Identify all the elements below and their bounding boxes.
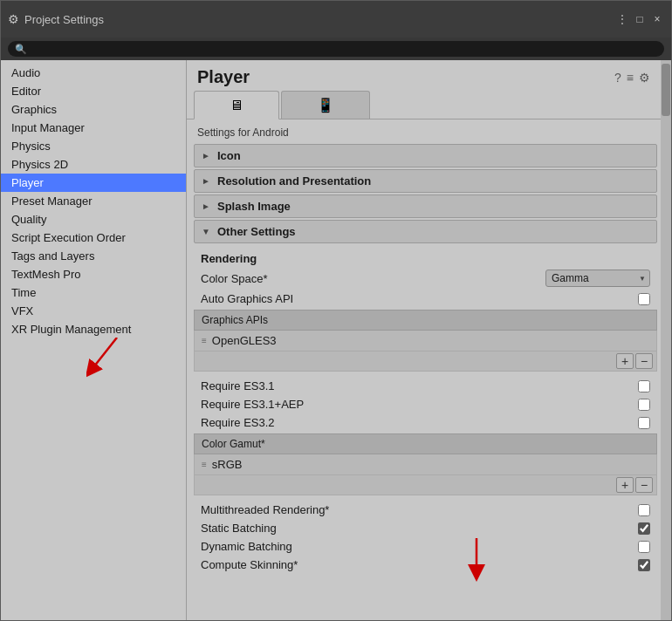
sidebar-item-graphics[interactable]: Graphics — [1, 100, 186, 119]
color-space-dropdown[interactable]: Gamma Linear — [545, 270, 650, 287]
window-title: Project Settings — [24, 13, 610, 26]
dynamic-batching-checkbox[interactable] — [638, 541, 650, 553]
compute-skinning-value — [638, 559, 650, 571]
sidebar-item-physics2d[interactable]: Physics 2D — [1, 155, 186, 174]
search-wrapper: 🔍 — [8, 41, 664, 57]
sidebar-item-editor[interactable]: Editor — [1, 82, 186, 100]
window-icon: ⚙ — [8, 12, 19, 26]
filter-icon[interactable]: ≡ — [627, 71, 634, 85]
sidebar-item-preset-manager[interactable]: Preset Manager — [1, 192, 186, 210]
section-label-icon: Icon — [217, 149, 241, 162]
window-menu-btn[interactable]: ⋮ — [615, 12, 629, 26]
sidebar-item-vfx[interactable]: VFX — [1, 302, 186, 320]
color-gamut-remove-btn[interactable]: − — [635, 477, 653, 493]
setting-row-es32: Require ES3.2 — [194, 413, 657, 432]
settings-scroll[interactable]: Settings for Android ► Icon ► Resolution… — [187, 119, 661, 620]
project-settings-window: ⚙ Project Settings ⋮ □ × 🔍 — [0, 0, 672, 621]
auto-graphics-checkbox[interactable] — [638, 293, 650, 305]
graphics-api-item-0: ≡ OpenGLES3 — [194, 331, 657, 351]
dynamic-batching-value — [638, 541, 650, 553]
scrollbar-thumb[interactable] — [662, 64, 670, 116]
setting-row-color-space: Color Space* Gamma Linear — [194, 267, 657, 290]
es32-value — [638, 417, 650, 429]
es31aep-value — [638, 399, 650, 411]
color-space-dropdown-wrapper: Gamma Linear — [545, 270, 650, 287]
auto-graphics-value — [638, 293, 650, 305]
setting-row-dynamic-batching: Dynamic Batching — [194, 537, 657, 556]
es31-checkbox[interactable] — [638, 380, 650, 392]
drag-handle-opengl[interactable]: ≡ — [202, 336, 207, 345]
graphics-api-remove-btn[interactable]: − — [635, 353, 653, 369]
window-close-btn[interactable]: × — [650, 12, 664, 26]
sidebar-item-player[interactable]: Player — [1, 174, 186, 192]
window-controls: ⋮ □ × — [615, 12, 664, 26]
sidebar-item-script-execution[interactable]: Script Execution Order — [1, 229, 186, 247]
page-title: Player — [197, 67, 607, 87]
title-bar: ⚙ Project Settings ⋮ □ × — [1, 1, 671, 38]
subsection-rendering: Rendering — [194, 249, 657, 267]
multithreaded-value — [638, 504, 650, 516]
color-gamut-add-btn[interactable]: + — [616, 477, 634, 493]
section-header-icon[interactable]: ► Icon — [194, 144, 657, 167]
color-gamut-item-0: ≡ sRGB — [194, 454, 657, 475]
setting-row-es31: Require ES3.1 — [194, 377, 657, 395]
content-header: Player ? ≡ ⚙ — [187, 60, 661, 91]
color-gamut-add-remove: + − — [194, 475, 657, 495]
graphics-apis-header: Graphics APIs — [194, 310, 657, 331]
android-icon: 📱 — [317, 97, 334, 113]
es32-checkbox[interactable] — [638, 417, 650, 429]
section-header-splash[interactable]: ► Splash Image — [194, 194, 657, 218]
section-header-resolution[interactable]: ► Resolution and Presentation — [194, 169, 657, 193]
sidebar-item-quality[interactable]: Quality — [1, 210, 186, 229]
color-space-value: Gamma Linear — [545, 270, 650, 287]
settings-gear-icon[interactable]: ⚙ — [639, 71, 650, 85]
graphics-api-add-remove: + − — [194, 351, 657, 372]
search-input[interactable] — [31, 43, 657, 55]
setting-row-es31aep: Require ES3.1+AEP — [194, 395, 657, 413]
sidebar-item-xr-plugin[interactable]: XR Plugin Management — [1, 320, 186, 338]
setting-row-static-batching: Static Batching — [194, 519, 657, 537]
static-batching-label: Static Batching — [201, 522, 631, 535]
sidebar-item-textmesh[interactable]: TextMesh Pro — [1, 265, 186, 283]
search-bar: 🔍 — [1, 38, 671, 60]
tab-desktop[interactable]: 🖥 — [194, 91, 279, 119]
es31aep-label: Require ES3.1+AEP — [201, 398, 631, 411]
section-label-splash: Splash Image — [217, 200, 291, 213]
window-minimize-btn[interactable]: □ — [633, 12, 647, 26]
sidebar-item-audio[interactable]: Audio — [1, 64, 186, 82]
section-label-resolution: Resolution and Presentation — [217, 174, 371, 188]
color-space-label: Color Space* — [201, 272, 538, 285]
section-header-other[interactable]: ▼ Other Settings — [194, 220, 657, 243]
header-icons: ? ≡ ⚙ — [614, 71, 650, 85]
compute-skinning-label: Compute Skinning* — [201, 558, 631, 571]
tab-android[interactable]: 📱 — [281, 91, 370, 119]
graphics-api-add-btn[interactable]: + — [616, 353, 634, 369]
section-label-other: Other Settings — [217, 225, 296, 238]
setting-row-compute-skinning: Compute Skinning* — [194, 556, 657, 574]
es31aep-checkbox[interactable] — [638, 399, 650, 411]
compute-skinning-checkbox[interactable] — [638, 559, 650, 571]
main-content: Audio Editor Graphics Input Manager Phys… — [1, 60, 671, 620]
sidebar-item-physics[interactable]: Physics — [1, 137, 186, 155]
opengl-label: OpenGLES3 — [212, 334, 649, 347]
auto-graphics-label: Auto Graphics API — [201, 292, 631, 305]
dynamic-batching-label: Dynamic Batching — [201, 540, 631, 553]
sidebar-item-time[interactable]: Time — [1, 283, 186, 302]
es32-label: Require ES3.2 — [201, 416, 631, 429]
setting-row-multithreaded: Multithreaded Rendering* — [194, 501, 657, 519]
static-batching-value — [638, 522, 650, 535]
section-arrow-other: ▼ — [202, 227, 212, 236]
section-arrow-resolution: ► — [202, 176, 212, 186]
drag-handle-srgb[interactable]: ≡ — [202, 460, 207, 469]
multithreaded-checkbox[interactable] — [638, 504, 650, 516]
settings-for-label: Settings for Android — [194, 126, 657, 139]
section-arrow-splash: ► — [202, 201, 212, 211]
static-batching-checkbox[interactable] — [638, 522, 650, 535]
sidebar-item-input-manager[interactable]: Input Manager — [1, 119, 186, 137]
srgb-label: sRGB — [212, 458, 649, 471]
help-icon[interactable]: ? — [614, 71, 621, 85]
search-icon: 🔍 — [15, 44, 27, 55]
section-arrow-icon: ► — [202, 151, 212, 160]
sidebar-item-tags-layers[interactable]: Tags and Layers — [1, 247, 186, 265]
scrollbar-track[interactable] — [661, 60, 671, 620]
